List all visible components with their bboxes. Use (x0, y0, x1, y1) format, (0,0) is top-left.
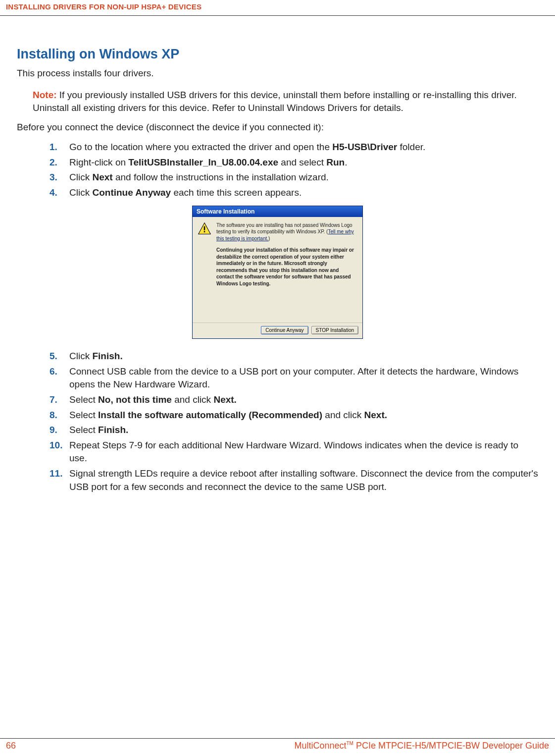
page-footer: 66 MultiConnectTM PCIe MTPCIE-H5/MTPCIE-… (0, 738, 555, 751)
step-bold: No, not this time (98, 394, 172, 405)
page-number: 66 (6, 741, 16, 751)
step-number: 4. (50, 186, 64, 200)
step-bold: Finish. (92, 351, 122, 361)
list-item: 1. Go to the location where you extracte… (50, 141, 538, 154)
steps-list-bottom: 5. Click Finish. 6. Connect USB cable fr… (17, 350, 538, 493)
list-item: 7. Select No, not this time and click Ne… (50, 393, 538, 407)
dialog-p2: Continuing your installation of this sof… (216, 247, 357, 287)
tm-icon: TM (346, 741, 353, 746)
step-number: 2. (50, 156, 64, 169)
svg-rect-1 (204, 226, 205, 230)
dialog-body: The software you are installing has not … (193, 217, 362, 323)
step-number: 6. (50, 365, 64, 378)
stop-installation-button[interactable]: STOP Installation (311, 326, 358, 334)
section-heading: Installing on Windows XP (17, 47, 538, 62)
step-bold: Install the software automatically (Reco… (98, 410, 322, 420)
step-text: Right-click on (69, 157, 128, 167)
step-text: Signal strength LEDs require a device re… (69, 468, 538, 492)
step-text: Click (69, 351, 92, 361)
before-text: Before you connect the device (disconnec… (17, 122, 538, 133)
step-bold: TelitUSBInstaller_In_U8.00.04.exe (128, 157, 278, 167)
list-item: 10. Repeat Steps 7-9 for each additional… (50, 439, 538, 465)
dialog-button-row: Continue Anyway STOP Installation (193, 323, 362, 338)
step-bold: Run (326, 157, 345, 167)
svg-rect-2 (204, 231, 205, 232)
list-item: 11. Signal strength LEDs require a devic… (50, 467, 538, 493)
step-bold: Next (92, 172, 112, 182)
step-text: Click (69, 187, 92, 198)
header-title: INSTALLING DRIVERS FOR NON-UIP HSPA+ DEV… (6, 2, 202, 11)
step-text: folder. (397, 142, 425, 152)
list-item: 2. Right-click on TelitUSBInstaller_In_U… (50, 156, 538, 169)
note-label: Note: (33, 90, 57, 100)
step-text: and click (172, 394, 213, 405)
software-installation-dialog: Software Installation The software you a… (192, 206, 363, 339)
dialog-text: The software you are installing has not … (216, 222, 357, 287)
step-text: . (345, 157, 347, 167)
step-text: and click (322, 410, 364, 420)
page-content: Installing on Windows XP This process in… (0, 16, 555, 493)
note-block: Note: If you previously installed USB dr… (17, 89, 538, 114)
step-bold: H5-USB\Driver (332, 142, 397, 152)
intro-text: This process installs four drivers. (17, 68, 538, 79)
list-item: 9. Select Finish. (50, 424, 538, 437)
step-text: Connect USB cable from the device to a U… (69, 366, 518, 390)
step-text: Repeat Steps 7-9 for each additional New… (69, 440, 518, 464)
step-number: 9. (50, 424, 64, 437)
step-number: 1. (50, 141, 64, 154)
step-number: 5. (50, 350, 64, 363)
dialog-screenshot: Software Installation The software you a… (17, 206, 538, 339)
step-bold: Continue Anyway (92, 187, 171, 198)
step-text: Go to the location where you extracted t… (69, 142, 332, 152)
dialog-p1b: ) (268, 236, 270, 241)
step-text: Select (69, 410, 98, 420)
step-bold: Finish. (98, 425, 128, 435)
step-number: 10. (50, 439, 64, 452)
step-number: 7. (50, 393, 64, 407)
steps-list-top: 1. Go to the location where you extracte… (17, 141, 538, 199)
step-number: 3. (50, 171, 64, 184)
step-bold: Next. (213, 394, 236, 405)
dialog-spacer (198, 287, 357, 318)
page-header: INSTALLING DRIVERS FOR NON-UIP HSPA+ DEV… (0, 0, 555, 16)
footer-guide: MultiConnectTM PCIe MTPCIE-H5/MTPCIE-BW … (294, 741, 549, 751)
step-text: Click (69, 172, 92, 182)
step-text: and follow the instructions in the insta… (113, 172, 329, 182)
step-number: 8. (50, 409, 64, 422)
dialog-titlebar: Software Installation (193, 206, 362, 217)
step-number: 11. (50, 467, 64, 481)
warning-icon (198, 222, 211, 236)
step-bold: Next. (364, 410, 387, 420)
step-text: and select (278, 157, 326, 167)
continue-anyway-button[interactable]: Continue Anyway (261, 326, 308, 334)
list-item: 6. Connect USB cable from the device to … (50, 365, 538, 391)
list-item: 5. Click Finish. (50, 350, 538, 363)
note-text: If you previously installed USB drivers … (33, 90, 517, 113)
list-item: 4. Click Continue Anyway each time this … (50, 186, 538, 200)
footer-guide-pre: MultiConnect (294, 741, 346, 751)
list-item: 8. Select Install the software automatic… (50, 409, 538, 422)
list-item: 3. Click Next and follow the instruction… (50, 171, 538, 184)
footer-guide-post: PCIe MTPCIE-H5/MTPCIE-BW Developer Guide (353, 741, 549, 751)
step-text: Select (69, 394, 98, 405)
step-text: Select (69, 425, 98, 435)
step-text: each time this screen appears. (171, 187, 302, 198)
